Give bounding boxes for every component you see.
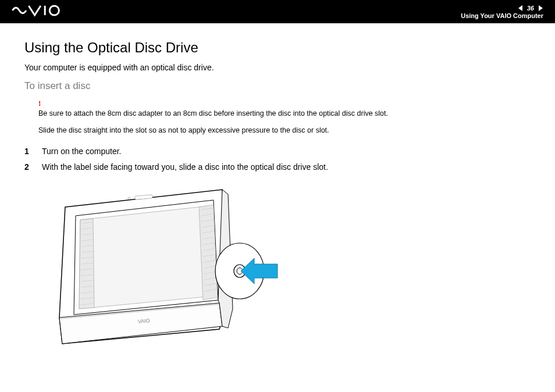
svg-point-1 xyxy=(49,5,59,15)
header-subtitle: Using Your VAIO Computer xyxy=(461,12,543,19)
vaio-logo xyxy=(12,3,72,21)
section-heading: To insert a disc xyxy=(24,80,531,92)
illustration-brand-label: VAIO xyxy=(137,318,150,325)
page-title: Using the Optical Disc Drive xyxy=(24,40,531,56)
step-item: 1 Turn on the computer. xyxy=(24,145,531,158)
next-page-icon[interactable] xyxy=(538,5,543,11)
page-number: 36 xyxy=(527,5,534,12)
warning-text-2: Slide the disc straight into the slot so… xyxy=(38,125,531,136)
svg-point-33 xyxy=(128,197,130,199)
step-item: 2 With the label side facing toward you,… xyxy=(24,161,531,173)
computer-disc-illustration: VAIO xyxy=(48,184,292,358)
step-number: 2 xyxy=(24,161,31,173)
intro-text: Your computer is equipped with an optica… xyxy=(24,63,531,72)
warning-text-1: Be sure to attach the 8cm disc adapter t… xyxy=(38,108,531,119)
step-text: Turn on the computer. xyxy=(42,145,121,158)
illustration: VAIO xyxy=(48,184,531,361)
svg-rect-0 xyxy=(44,5,46,15)
page-navigation: 36 xyxy=(518,5,543,12)
warning-block: ! Be sure to attach the 8cm disc adapter… xyxy=(38,99,531,119)
vaio-logo-icon xyxy=(12,4,72,17)
warning-icon: ! xyxy=(38,99,531,108)
step-number: 1 xyxy=(24,145,31,158)
header-right: 36 Using Your VAIO Computer xyxy=(461,5,543,19)
step-text: With the label side facing toward you, s… xyxy=(42,161,328,173)
steps-list: 1 Turn on the computer. 2 With the label… xyxy=(24,145,531,173)
prev-page-icon[interactable] xyxy=(518,5,524,11)
page-header: 36 Using Your VAIO Computer xyxy=(0,0,555,23)
page-content: Using the Optical Disc Drive Your comput… xyxy=(0,23,555,377)
